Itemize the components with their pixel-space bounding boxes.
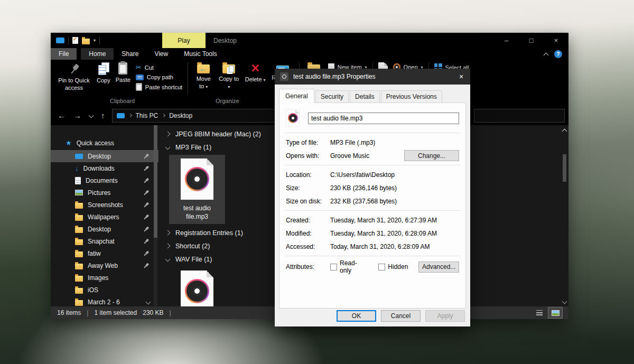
copy-to-button[interactable]: Copy to ▾ — [216, 60, 241, 98]
advanced-button[interactable]: Advanced... — [418, 262, 459, 273]
up-button[interactable]: ↑ — [101, 111, 105, 120]
scroll-up-icon[interactable] — [562, 129, 567, 134]
filename-input[interactable] — [308, 113, 459, 124]
hidden-checkbox[interactable] — [378, 264, 385, 270]
paste-shortcut-button[interactable]: Paste shortcut — [136, 83, 182, 91]
breadcrumb-chevron-icon[interactable] — [162, 114, 165, 117]
tab-file[interactable]: File — [51, 48, 77, 60]
back-button[interactable]: ← — [58, 111, 66, 120]
move-to-button[interactable]: ← Move to ▾ — [191, 60, 216, 98]
folder-icon — [75, 227, 83, 233]
tab-view[interactable]: View — [146, 48, 176, 60]
divider — [285, 256, 460, 256]
file-tile-mp3[interactable]: test audio file.mp3 — [169, 155, 225, 224]
download-arrow-icon: ↓ — [75, 164, 79, 172]
tab-home[interactable]: Home — [81, 48, 114, 60]
item-count: 16 items — [57, 309, 81, 316]
qat-properties-icon[interactable]: ✓ — [72, 37, 78, 44]
location-value: C:\Users\fatiw\Desktop — [330, 171, 395, 179]
folder-icon — [75, 239, 83, 245]
scroll-down-icon[interactable] — [562, 299, 567, 304]
pushpin-icon — [65, 60, 83, 78]
tab-details[interactable]: Details — [350, 90, 380, 102]
copy-path-button[interactable]: Copy path — [136, 74, 182, 80]
readonly-checkbox[interactable] — [330, 264, 337, 270]
divider — [285, 133, 460, 133]
help-icon[interactable]: ? — [554, 50, 562, 58]
thumbnail-view-button[interactable] — [548, 307, 562, 318]
breadcrumb-desktop[interactable]: Desktop — [169, 112, 192, 119]
scrollbar-thumb[interactable] — [563, 154, 566, 182]
size-value: 230 KB (236,146 bytes) — [330, 184, 397, 192]
breadcrumb-chevron-icon[interactable] — [128, 114, 132, 117]
picture-icon — [75, 190, 83, 195]
breadcrumb-this-pc[interactable]: This PC — [136, 112, 158, 119]
sidebar-item-march-2-6[interactable]: March 2 - 6 — [51, 296, 158, 306]
sidebar-item-desktop[interactable]: Desktop — [51, 150, 158, 162]
pin-to-quick-access-button[interactable]: Pin to Quick access — [54, 60, 94, 98]
accessed-label: Accessed: — [286, 243, 330, 250]
sidebar-item-documents[interactable]: Documents — [51, 174, 158, 186]
sidebar-item-pictures[interactable]: Pictures — [51, 186, 158, 199]
accessed-value: Today, March 31, 2020, 6:28:09 AM — [330, 243, 430, 250]
desktop-icon — [75, 154, 83, 159]
tab-general[interactable]: General — [279, 89, 314, 103]
apply-button[interactable]: Apply — [425, 310, 465, 322]
pin-icon — [142, 225, 151, 234]
divider — [285, 210, 460, 211]
sidebar-item-fatiw[interactable]: fatiw — [51, 247, 158, 259]
copy-button[interactable]: Copy — [94, 60, 113, 98]
ok-button[interactable]: OK — [337, 310, 376, 322]
change-button[interactable]: Change... — [404, 150, 459, 161]
details-view-button[interactable] — [533, 307, 546, 318]
audio-file-icon — [286, 109, 300, 127]
qat-customize-caret-icon[interactable]: ▾ — [94, 38, 96, 43]
dialog-close-button[interactable]: × — [452, 69, 470, 85]
folder-icon — [75, 251, 83, 257]
cancel-button[interactable]: Cancel — [381, 310, 421, 322]
sidebar-item-screenshots[interactable]: Screenshots — [51, 199, 158, 211]
chevron-down-icon[interactable] — [146, 300, 151, 305]
search-input[interactable] — [474, 109, 565, 123]
qat-new-folder-icon[interactable] — [82, 39, 90, 44]
folder-icon — [75, 203, 83, 209]
paste-shortcut-icon — [136, 83, 142, 91]
paste-button[interactable]: Paste — [113, 60, 133, 98]
ribbon-tab-strip: File Home Share View Music Tools ? — [51, 48, 568, 60]
tab-previous-versions[interactable]: Previous Versions — [381, 90, 442, 102]
opens-with-label: Opens with: — [286, 152, 330, 160]
recent-locations-caret-icon[interactable] — [89, 113, 94, 118]
audio-file-icon — [181, 158, 213, 200]
sidebar-item-ios[interactable]: iOS — [51, 284, 158, 296]
clipboard-group-label: Clipboard — [110, 98, 135, 104]
sidebar-item-quick-access[interactable]: ★ Quick access — [51, 137, 158, 149]
sidebar-item-wallpapers[interactable]: Wallpapers — [51, 211, 158, 223]
sidebar-scrollbar[interactable] — [154, 125, 157, 306]
tab-security[interactable]: Security — [315, 90, 349, 102]
minimize-button[interactable]: – — [494, 33, 519, 48]
title-bar: ✓ ▾ Play Desktop – □ × — [51, 33, 568, 48]
dialog-title: test audio file.mp3 Properties — [293, 73, 375, 80]
pin-icon — [142, 176, 151, 185]
maximize-button[interactable]: □ — [519, 33, 544, 48]
location-folder-icon — [117, 113, 125, 118]
cut-button[interactable]: ✂ Cut — [136, 63, 182, 71]
tab-share[interactable]: Share — [114, 48, 146, 60]
general-tab-page: Type of file: MP3 File (.mp3) Opens with… — [279, 102, 466, 309]
delete-button[interactable]: × Delete ▾ — [241, 60, 269, 98]
sidebar-item-desktop-folder[interactable]: Desktop — [51, 223, 158, 235]
sidebar-item-downloads[interactable]: ↓ Downloads — [51, 162, 158, 174]
forward-button[interactable]: → — [73, 111, 81, 120]
file-tile-wav[interactable] — [169, 267, 225, 306]
tab-music-tools[interactable]: Music Tools — [176, 48, 225, 60]
window-title: Desktop — [213, 33, 237, 48]
sidebar-item-snapchat[interactable]: Snapchat — [51, 235, 158, 247]
sidebar-item-away-web[interactable]: Away Web — [51, 259, 158, 272]
collapse-ribbon-icon[interactable] — [544, 52, 549, 58]
organize-group-label: Organize — [216, 98, 239, 104]
close-button[interactable]: × — [544, 33, 568, 48]
sidebar-item-images[interactable]: Images — [51, 272, 158, 284]
contextual-tab-play[interactable]: Play — [162, 33, 206, 48]
file-list-scrollbar[interactable] — [561, 125, 568, 306]
divider — [99, 37, 100, 44]
